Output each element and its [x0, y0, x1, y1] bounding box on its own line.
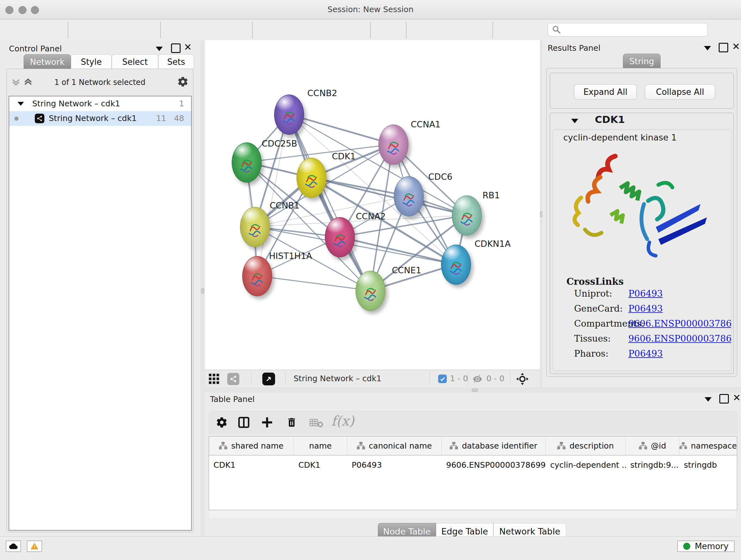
cdk1-collapse-caret[interactable] [571, 119, 578, 123]
network-node-ccnb2[interactable] [274, 95, 304, 135]
results-panel-menu-caret[interactable] [704, 46, 711, 51]
toolbar-separator [160, 22, 161, 38]
crosslink-link[interactable]: P06493 [628, 348, 663, 359]
hidden-eye-slash-icon[interactable] [472, 374, 482, 383]
tab-select[interactable]: Select [112, 54, 158, 69]
network-node-rb1[interactable] [452, 195, 482, 236]
protein-thumbnail-icon [458, 206, 476, 228]
column-header-description[interactable]: description [546, 436, 626, 455]
splitter-handle[interactable] [472, 388, 478, 392]
network-node-hist1h1a[interactable] [242, 256, 272, 296]
share-view-icon[interactable] [227, 373, 239, 385]
network-edge[interactable] [257, 276, 370, 291]
search-field[interactable] [548, 23, 708, 37]
crosslink-link[interactable]: P06493 [628, 288, 663, 299]
fit-content-crosshair-icon[interactable] [516, 373, 529, 385]
crosslink-row: Tissues:9606.ENSP00000378699 [553, 333, 731, 349]
network-type-icon [35, 114, 44, 123]
grid-view-icon[interactable] [208, 373, 220, 385]
table-cell[interactable]: stringdb:9... [626, 456, 679, 474]
table-cell[interactable]: CDK1 [294, 456, 347, 474]
network-row-selected[interactable]: String Network – cdk1 11 48 [9, 111, 191, 126]
crosslink-label: Uniprot: [574, 288, 612, 299]
network-collection-row[interactable]: String Network – cdk1 1 [9, 97, 191, 111]
memory-button[interactable]: Memory [677, 541, 735, 552]
statusbar-separator [251, 372, 252, 385]
control-panel-float-button[interactable] [171, 44, 181, 53]
table-panel-title: Table Panel [210, 395, 255, 404]
function-builder-icon: f(x) [331, 413, 354, 429]
toolbar-separator [252, 22, 253, 38]
network-node-ccna2[interactable] [325, 217, 355, 257]
cloud-status-button[interactable] [6, 541, 21, 552]
right-vertical-splitter[interactable] [540, 40, 542, 387]
table-horizontal-scrollbar[interactable] [209, 510, 736, 518]
network-node-ccnb1[interactable] [240, 207, 270, 247]
add-column-icon[interactable] [261, 416, 273, 428]
network-node-cdc25b[interactable] [232, 142, 262, 183]
column-header-name[interactable]: name [294, 436, 347, 455]
crosslink-link[interactable]: 9606.ENSP00000378699 [628, 333, 731, 344]
network-view-statusbar: String Network – cdk1 1 - 0 0 - 0 [205, 370, 540, 387]
crosslink-link[interactable]: P06493 [628, 303, 663, 314]
control-panel-menu-caret[interactable] [156, 47, 163, 51]
node-label-cdc25b: CDC25B [262, 138, 297, 148]
search-input[interactable] [564, 25, 708, 35]
results-panel-close-button[interactable]: ✕ [732, 43, 740, 51]
results-panel-float-button[interactable] [719, 43, 728, 52]
table-cell[interactable]: CDK1 [209, 456, 294, 474]
node-label-hist1h1a: HIST1H1A [269, 251, 312, 261]
collapse-all-button[interactable]: Collapse All [645, 84, 715, 100]
crosslink-link[interactable]: 9606.ENSP00000378699 [628, 318, 731, 329]
protein-thumbnail-icon [385, 136, 402, 157]
table-cell[interactable]: 9606.ENSP00000378699 [442, 456, 546, 474]
left-vertical-splitter[interactable] [200, 40, 205, 537]
network-edge-count: 48 [174, 111, 184, 126]
results-panel-title: Results Panel [548, 44, 601, 53]
table-panel-menu-caret[interactable] [704, 397, 712, 401]
tab-sets[interactable]: Sets [158, 54, 194, 69]
delete-column-icon[interactable] [286, 416, 297, 428]
column-source-icon [557, 442, 565, 449]
tab-string[interactable]: String [623, 54, 661, 68]
network-edge[interactable] [289, 114, 370, 291]
column-header-shared-name[interactable]: shared name [209, 436, 294, 455]
network-view-canvas[interactable]: CCNB2CCNA1CDC25BCDK1CDC6RB1CCNB1CCNA2CDK… [205, 40, 540, 370]
table-cell[interactable]: cyclin-dependent ... [546, 456, 626, 474]
show-columns-icon[interactable] [238, 416, 250, 429]
splitter-handle[interactable] [201, 288, 204, 294]
warnings-button[interactable] [27, 541, 42, 552]
network-selection-status: 1 of 1 Network selected [7, 78, 193, 87]
selected-checkbox-icon[interactable] [438, 374, 447, 383]
cdk1-section: CDK1 cyclin-dependent kinase 1 [550, 113, 734, 374]
birds-eye-view-icon[interactable] [262, 373, 275, 385]
horizontal-splitter[interactable] [205, 387, 741, 393]
memory-status-dot [683, 543, 690, 550]
table-cell[interactable]: stringdb [679, 456, 737, 474]
table-panel-float-button[interactable] [719, 394, 729, 403]
node-label-cdkn1a: CDKN1A [475, 239, 511, 249]
network-node-cdkn1a[interactable] [441, 245, 471, 285]
expand-all-button[interactable]: Expand All [574, 84, 636, 100]
toolbar-separator [492, 22, 493, 38]
column-header-namespace[interactable]: namespace [679, 436, 737, 455]
collection-expand-caret[interactable] [17, 102, 24, 106]
network-options-gear-icon[interactable] [177, 76, 189, 87]
network-node-ccna1[interactable] [379, 125, 408, 165]
table-options-gear-icon[interactable] [216, 416, 228, 428]
crosslinks-title: CrossLinks [566, 276, 623, 287]
column-header-canonical-name[interactable]: canonical name [347, 436, 442, 455]
network-node-cdc6[interactable] [394, 176, 424, 216]
network-node-cdk1[interactable] [296, 158, 327, 198]
control-panel-close-button[interactable]: ✕ [184, 44, 192, 51]
table-panel-close-button[interactable]: ✕ [733, 394, 741, 401]
network-edge[interactable] [340, 237, 456, 264]
statusbar-separator [285, 372, 286, 385]
table-cell[interactable]: P06493 [347, 456, 442, 474]
column-header--id[interactable]: @id [626, 436, 679, 455]
network-edge[interactable] [289, 114, 393, 144]
tab-network[interactable]: Network [23, 54, 71, 69]
network-node-ccne1[interactable] [355, 271, 386, 311]
column-header-database-identifier[interactable]: database identifier [442, 436, 546, 455]
tab-style[interactable]: Style [71, 54, 112, 69]
